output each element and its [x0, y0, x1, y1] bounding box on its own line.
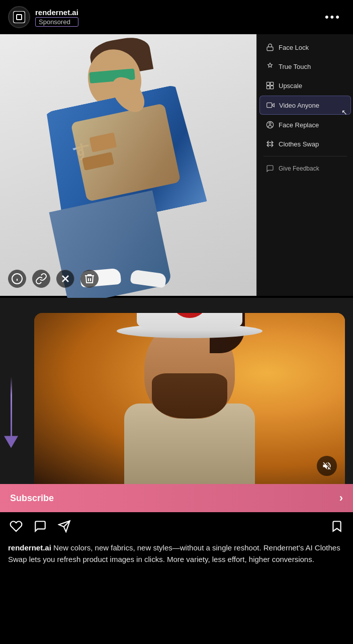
panel-item-face-lock[interactable]: Face Lock: [259, 38, 351, 56]
video-anyone-icon: [266, 101, 275, 110]
clothes-swap-icon: [266, 139, 275, 148]
svg-rect-8: [267, 86, 270, 89]
like-button[interactable]: [9, 519, 23, 533]
face-replace-icon: [266, 120, 275, 129]
face-replace-label: Face Replace: [279, 121, 319, 129]
video-card: STRIKER: [34, 313, 345, 484]
post-header: rendernet.ai Sponsored •••: [0, 0, 353, 34]
header-info: rendernet.ai Sponsored: [35, 8, 78, 27]
svg-rect-9: [271, 86, 274, 89]
feedback-icon: [266, 164, 275, 173]
svg-rect-5: [267, 47, 273, 50]
caption-text: New colors, new fabrics, new styles—with…: [8, 543, 340, 564]
svg-rect-7: [271, 82, 274, 85]
close-button[interactable]: [56, 270, 74, 288]
panel-item-video-anyone[interactable]: Video Anyone ↖: [259, 96, 351, 115]
svg-point-12: [269, 122, 271, 124]
panel-item-true-touch[interactable]: True Touch: [259, 57, 351, 75]
true-touch-label: True Touch: [279, 63, 311, 70]
panel-item-feedback[interactable]: Give Feedback: [259, 159, 351, 178]
action-bar: [0, 512, 353, 540]
save-button[interactable]: [330, 519, 344, 533]
panel-item-upscale[interactable]: Upscale: [259, 76, 351, 95]
action-left: [9, 519, 71, 533]
sponsored-badge: Sponsored: [35, 17, 78, 27]
video-anyone-label: Video Anyone: [279, 102, 319, 109]
feedback-label: Give Feedback: [279, 165, 319, 172]
arrow-indicator: [4, 377, 18, 448]
clothes-swap-label: Clothes Swap: [279, 140, 319, 148]
share-button[interactable]: [57, 519, 71, 533]
arrow-line: [11, 377, 12, 437]
panel-item-face-replace[interactable]: Face Replace: [259, 116, 351, 134]
arrow-head: [4, 436, 18, 448]
subscribe-bar[interactable]: Subscribe ›: [0, 484, 353, 512]
face-lock-label: Face Lock: [279, 44, 309, 51]
upscale-label: Upscale: [279, 82, 302, 90]
video-area: STRIKER: [0, 298, 353, 484]
true-touch-icon: [266, 62, 275, 71]
more-options-button[interactable]: •••: [321, 9, 345, 26]
upscale-icon: [266, 81, 275, 90]
svg-rect-6: [267, 82, 270, 85]
delete-button[interactable]: [80, 270, 99, 288]
face-lock-icon: [266, 43, 275, 52]
avatar[interactable]: [8, 6, 30, 28]
info-button[interactable]: [8, 270, 26, 288]
panel-divider: [263, 156, 347, 156]
panel-item-clothes-swap[interactable]: Clothes Swap: [259, 135, 351, 153]
svg-rect-10: [267, 103, 272, 107]
subscribe-text: Subscribe: [10, 493, 54, 504]
link-button[interactable]: [32, 270, 50, 288]
comment-button[interactable]: [33, 519, 47, 533]
caption: rendernet.ai New colors, new fabrics, ne…: [0, 540, 353, 577]
mute-button[interactable]: [317, 456, 337, 476]
right-panel: Face Lock True Touch Upscale: [257, 34, 353, 296]
brand-name[interactable]: rendernet.ai: [35, 8, 78, 17]
fashion-photo: す: [0, 34, 256, 296]
image-toolbar: [8, 270, 99, 288]
caption-brand[interactable]: rendernet.ai: [8, 543, 51, 552]
header-left: rendernet.ai Sponsored: [8, 6, 78, 28]
subscribe-chevron: ›: [339, 492, 343, 505]
main-image-area: す: [0, 34, 353, 296]
